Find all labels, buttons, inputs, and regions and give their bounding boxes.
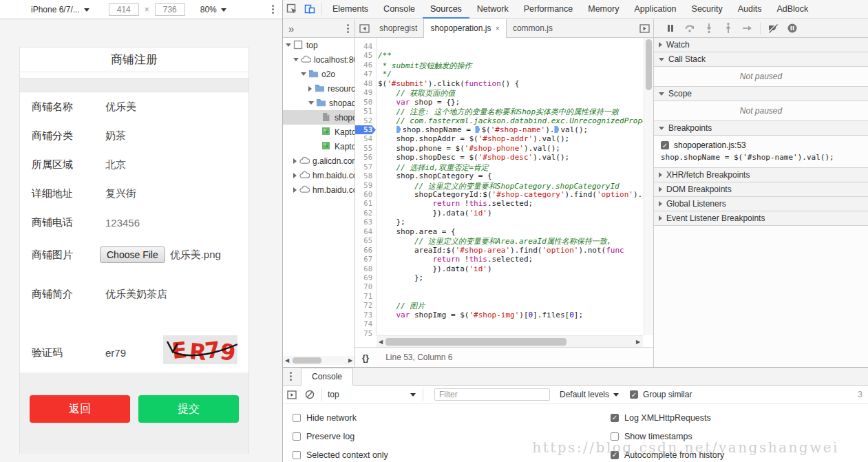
context-select[interactable]: top	[328, 390, 416, 399]
editor-tab-common-js[interactable]: common.js	[507, 19, 559, 38]
inline-breakpoint-marker[interactable]	[554, 126, 559, 133]
tree-arrow-icon[interactable]	[293, 173, 297, 178]
tree-arrow-icon[interactable]	[293, 158, 297, 164]
show-navigator-icon[interactable]	[355, 19, 373, 37]
clear-console-icon[interactable]	[301, 386, 319, 403]
line-number[interactable]: 73	[355, 311, 376, 319]
inline-breakpoint-marker[interactable]	[396, 126, 401, 133]
field-value[interactable]: 优乐美	[105, 101, 136, 114]
devtools-tab-application[interactable]: Application	[626, 0, 684, 19]
device-width-input[interactable]: 414	[109, 3, 139, 16]
line-number[interactable]: 58	[355, 171, 376, 180]
tree-item-Kaptcha-jpg[interactable]: Kaptcha.jpg	[283, 125, 354, 139]
sidebar-section-watch[interactable]: Watch	[654, 38, 868, 52]
navigator-horizontal-scrollbar[interactable]: ◀▶	[283, 356, 354, 365]
editor-horizontal-scrollbar[interactable]: ◀ ▶	[377, 335, 643, 347]
sidebar-section-scope[interactable]: Scope	[654, 87, 868, 101]
pause-on-exceptions-icon[interactable]	[783, 19, 802, 37]
field-value[interactable]: 复兴街	[105, 187, 136, 200]
tree-arrow-icon[interactable]	[293, 187, 297, 193]
editor-tab-shopregist[interactable]: shopregist	[373, 19, 423, 38]
close-tab-icon[interactable]: ×	[495, 24, 499, 32]
line-number[interactable]: 49	[355, 88, 376, 97]
sidebar-section-call-stack[interactable]: Call Stack	[654, 52, 868, 67]
device-menu-icon[interactable]	[272, 5, 274, 14]
devtools-tab-network[interactable]: Network	[469, 0, 516, 19]
line-number[interactable]: 68	[355, 264, 376, 273]
line-number[interactable]: 46	[355, 61, 376, 70]
line-number[interactable]: 75	[355, 329, 376, 338]
console-tab[interactable]: Console	[301, 368, 353, 386]
line-number[interactable]: 54	[355, 134, 376, 143]
tree-arrow-icon[interactable]	[293, 58, 299, 61]
zoom-select[interactable]: 80%	[200, 5, 226, 14]
deactivate-breakpoints-icon[interactable]	[763, 19, 783, 37]
device-select[interactable]: iPhone 6/7/...	[31, 5, 89, 14]
toggle-device-toolbar-icon[interactable]	[301, 0, 319, 18]
log-levels-select[interactable]: Default levels	[560, 390, 619, 399]
editor-vertical-scrollbar[interactable]	[644, 38, 653, 335]
line-number[interactable]: 56	[355, 153, 376, 162]
line-number[interactable]: 52	[355, 116, 376, 125]
devtools-tab-security[interactable]: Security	[684, 0, 730, 19]
device-height-input[interactable]: 736	[155, 3, 185, 16]
pretty-print-icon[interactable]: {}	[362, 353, 369, 363]
line-number[interactable]: 59	[355, 181, 376, 190]
line-number[interactable]: 74	[355, 319, 376, 328]
captcha-image[interactable]: ER79	[163, 335, 237, 367]
console-option-hide-network[interactable]: Hide network	[293, 408, 611, 427]
captcha-input[interactable]: er79	[105, 347, 126, 359]
sidebar-section-dom-breakpoints[interactable]: DOM Breakpoints	[654, 182, 868, 197]
navigator-menu-icon[interactable]	[347, 24, 349, 33]
editor-tab-shopoperation-js[interactable]: shopoperation.js×	[423, 19, 507, 38]
console-sidebar-icon[interactable]	[283, 386, 301, 403]
line-number[interactable]: 66	[355, 246, 376, 255]
line-number[interactable]: 44	[355, 42, 376, 51]
breakpoint-entry[interactable]: shopoperation.js:53shop.shopName = $('#s…	[654, 136, 868, 167]
more-tabs-icon[interactable]: »	[288, 23, 294, 34]
back-button[interactable]: 返回	[30, 395, 130, 423]
line-number[interactable]: 64	[355, 227, 376, 236]
show-debugger-icon[interactable]	[635, 19, 653, 37]
line-number[interactable]: 70	[355, 282, 376, 291]
breakpoint-line-number[interactable]: 53	[355, 125, 376, 134]
code-pane[interactable]: /** * submit按钮触发的操作 */$('#submit').click…	[378, 42, 643, 335]
devtools-tab-performance[interactable]: Performance	[516, 0, 581, 19]
tree-item-hm-baidu-com[interactable]: hm.baidu.com	[283, 168, 354, 182]
field-value[interactable]: 北京	[105, 158, 126, 171]
scroll-right-icon[interactable]: ▶	[346, 357, 354, 364]
devtools-tab-adblock[interactable]: AdBlock	[769, 0, 816, 19]
line-number[interactable]: 48	[355, 79, 376, 88]
line-number[interactable]: 60	[355, 190, 376, 199]
console-option-show-timestamps[interactable]: Show timestamps	[611, 427, 724, 445]
tree-item-top[interactable]: top	[283, 38, 354, 52]
submit-button[interactable]: 提交	[138, 395, 239, 423]
tree-item-resources[interactable]: resources	[283, 81, 354, 96]
scroll-right-icon[interactable]: ▶	[634, 339, 642, 345]
group-similar-checkbox[interactable]: Group similar	[630, 390, 692, 399]
inspect-element-icon[interactable]	[283, 0, 301, 18]
line-number[interactable]: 61	[355, 199, 376, 208]
breakpoint-checkbox[interactable]	[661, 141, 669, 149]
console-option-selected-context-only[interactable]: Selected context only	[293, 445, 611, 462]
scroll-left-icon[interactable]: ◀	[377, 339, 385, 345]
sidebar-section-breakpoints[interactable]: Breakpoints	[654, 121, 868, 136]
tree-arrow-icon[interactable]	[308, 86, 312, 92]
inline-breakpoint-marker[interactable]	[475, 126, 480, 133]
tree-item-g-alicdn-com[interactable]: g.alicdn.com	[283, 154, 354, 168]
console-filter-input[interactable]: Filter	[434, 388, 550, 401]
sidebar-section-xhr-fetch-breakpoints[interactable]: XHR/fetch Breakpoints	[654, 168, 868, 182]
scroll-left-icon[interactable]: ◀	[283, 357, 291, 364]
field-value[interactable]: 123456	[105, 217, 140, 229]
line-number[interactable]: 55	[355, 144, 376, 153]
devtools-tab-sources[interactable]: Sources	[423, 0, 469, 19]
line-number[interactable]: 57	[355, 162, 376, 171]
line-number[interactable]: 71	[355, 292, 376, 301]
line-number[interactable]: 63	[355, 218, 376, 227]
line-number[interactable]: 72	[355, 301, 376, 310]
field-value[interactable]: 优乐美奶茶店	[105, 288, 167, 301]
sidebar-section-event-listener-breakpoints[interactable]: Event Listener Breakpoints	[654, 211, 868, 226]
step-out-icon[interactable]	[719, 19, 738, 37]
console-option-autocomplete-from-history[interactable]: Autocomplete from history	[611, 445, 724, 462]
sidebar-section-global-listeners[interactable]: Global Listeners	[654, 197, 868, 211]
